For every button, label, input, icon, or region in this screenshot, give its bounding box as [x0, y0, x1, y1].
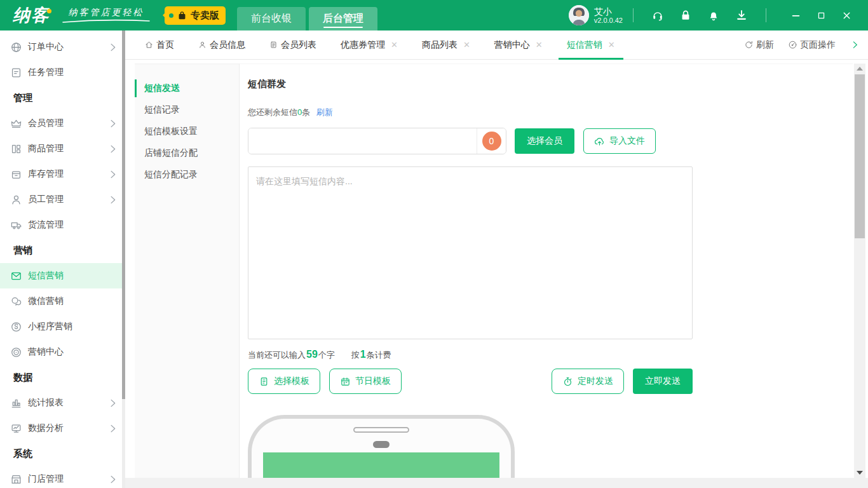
vertical-scrollbar[interactable] — [854, 64, 865, 478]
submenu-item-store-sms-allocation[interactable]: 店铺短信分配 — [135, 142, 239, 164]
sidebar-item-marketing-center[interactable]: 营销中心 — [0, 339, 125, 365]
close-tab-icon[interactable]: ✕ — [463, 40, 470, 50]
tab-product-list[interactable]: 商品列表 ✕ — [410, 30, 482, 60]
chevron-right-icon — [107, 168, 119, 180]
nav-tab-backoffice[interactable]: 后台管理 — [309, 7, 377, 30]
sms-content-textarea[interactable] — [248, 166, 693, 339]
titlebar-right: 艾小 v2.0.0.42 — [569, 5, 868, 25]
slogan-underline-swoosh — [62, 19, 151, 24]
scroll-down-arrow[interactable] — [854, 468, 865, 478]
fee-count: 1 — [360, 349, 367, 360]
choose-template-button[interactable]: 选择模板 — [248, 369, 320, 394]
sidebar-item-wechat-marketing[interactable]: 微信营销 — [0, 288, 125, 314]
sidebar-item-label: 商品管理 — [28, 143, 64, 154]
user-name: 艾小 — [594, 6, 623, 17]
page-actions-label: 页面操作 — [800, 39, 836, 51]
lock-button[interactable] — [679, 8, 693, 22]
sidebar-item-label: 任务管理 — [28, 67, 64, 78]
sidebar-item-sms-marketing[interactable]: 短信营销 — [0, 263, 125, 288]
sms-phone-preview — [248, 415, 515, 478]
sidebar-item-statistics-report[interactable]: 统计报表 — [0, 390, 125, 416]
sidebar-item-data-analysis[interactable]: 数据分析 — [0, 416, 125, 441]
tab-label: 营销中心 — [494, 39, 530, 51]
divider — [766, 8, 766, 22]
timed-send-button[interactable]: 定时发送 — [552, 369, 624, 394]
tab-coupon-management[interactable]: 优惠券管理 ✕ — [329, 30, 410, 60]
target-icon — [10, 346, 22, 358]
tab-home[interactable]: 首页 — [133, 30, 186, 60]
choose-template-label: 选择模板 — [274, 376, 309, 387]
submenu-item-sms-template-settings[interactable]: 短信模板设置 — [135, 121, 239, 142]
sidebar-item-label: 微信营销 — [28, 295, 64, 307]
globe-icon — [10, 41, 22, 53]
recipient-input[interactable] — [248, 128, 477, 154]
close-button[interactable] — [834, 6, 859, 25]
tab-member-info[interactable]: 会员信息 — [186, 30, 257, 60]
holiday-template-button[interactable]: 节日模板 — [329, 369, 402, 394]
send-now-button[interactable]: 立即发送 — [633, 369, 693, 394]
sidebar-item-order-center[interactable]: 订单中心 — [0, 34, 125, 60]
refresh-button[interactable]: 刷新 — [744, 39, 774, 51]
sidebar-item-product-management[interactable]: 商品管理 — [0, 136, 125, 161]
list-icon — [269, 41, 278, 49]
close-tab-icon[interactable]: ✕ — [536, 40, 543, 50]
refresh-balance-link[interactable]: 刷新 — [316, 107, 333, 117]
sidebar-item-label: 数据分析 — [28, 423, 64, 434]
tab-member-list[interactable]: 会员列表 — [257, 30, 329, 60]
vertical-scrollbar-thumb[interactable] — [855, 74, 865, 238]
sidebar: 订单中心 任务管理 管理 会员管理 商品管理 库存管理 员工管理 — [0, 30, 125, 488]
chevron-right-icon[interactable] — [850, 39, 860, 50]
sidebar-item-label: 统计报表 — [28, 397, 64, 409]
sidebar-item-logistics-management[interactable]: 货流管理 — [0, 212, 125, 238]
mode-switcher: 前台收银 后台管理 — [237, 7, 377, 30]
stopwatch-icon — [562, 376, 573, 387]
close-tab-icon[interactable]: ✕ — [391, 40, 398, 50]
sidebar-item-task-management[interactable]: 任务管理 — [0, 60, 125, 85]
maximize-button[interactable] — [808, 6, 834, 25]
tab-label: 首页 — [156, 39, 174, 51]
counter-text: 个字 — [318, 349, 335, 361]
char-counter-line: 当前还可以输入59个字 按1条计费 — [248, 349, 853, 361]
cloud-upload-icon — [594, 136, 605, 147]
sidebar-item-staff-management[interactable]: 员工管理 — [0, 187, 125, 212]
tab-marketing-center[interactable]: 营销中心 ✕ — [482, 30, 555, 60]
chart-icon — [10, 397, 22, 409]
minimize-button[interactable] — [783, 6, 808, 25]
miniapp-icon — [10, 321, 22, 333]
sidebar-item-member-management[interactable]: 会员管理 — [0, 111, 125, 136]
select-member-button[interactable]: 选择会员 — [515, 128, 574, 154]
tab-sms-marketing[interactable]: 短信营销 ✕ — [555, 30, 627, 60]
gauge-icon — [788, 40, 797, 50]
recipient-row: 0 选择会员 导入文件 — [248, 128, 853, 154]
page-title: 短信群发 — [248, 78, 853, 90]
divider — [633, 8, 634, 22]
close-tab-icon[interactable]: ✕ — [608, 40, 615, 50]
download-button[interactable] — [735, 8, 749, 22]
sidebar-item-miniapp-marketing[interactable]: 小程序营销 — [0, 314, 125, 339]
refresh-icon — [744, 40, 754, 50]
sms-send-panel: 短信群发 您还剩余短信0条 刷新 0 选择会员 导入文件 当前还可以输入59个字… — [240, 64, 853, 478]
user-info[interactable]: 艾小 v2.0.0.42 — [594, 6, 623, 25]
sidebar-item-label: 会员管理 — [28, 118, 64, 129]
lock-icon — [679, 9, 692, 22]
phone-screen-header — [263, 452, 499, 478]
submenu-item-sms-allocation-records[interactable]: 短信分配记录 — [135, 164, 239, 186]
chevron-right-icon — [107, 143, 119, 155]
submenu-item-sms-records[interactable]: 短信记录 — [135, 99, 239, 121]
import-file-button[interactable]: 导入文件 — [583, 128, 656, 154]
chevron-right-icon — [107, 118, 119, 130]
crown-icon — [10, 118, 22, 130]
submenu-item-sms-send[interactable]: 短信发送 — [135, 78, 239, 99]
page-actions-button[interactable]: 页面操作 — [788, 39, 836, 51]
app-version: v2.0.0.42 — [594, 17, 623, 25]
sidebar-item-store-management[interactable]: 门店管理 — [0, 466, 125, 488]
avatar[interactable] — [569, 5, 589, 25]
titlebar: 纳客 纳客管店更轻松 专卖版 前台收银 后台管理 艾小 v2.0.0.42 — [0, 0, 868, 30]
support-button[interactable] — [651, 8, 665, 22]
notifications-button[interactable] — [707, 8, 721, 22]
nav-tab-cashier[interactable]: 前台收银 — [237, 7, 306, 30]
sidebar-item-inventory-management[interactable]: 库存管理 — [0, 161, 125, 187]
horizontal-scrollbar[interactable] — [125, 478, 868, 488]
scroll-up-arrow[interactable] — [854, 64, 865, 74]
edition-badge: 专卖版 — [165, 6, 226, 25]
